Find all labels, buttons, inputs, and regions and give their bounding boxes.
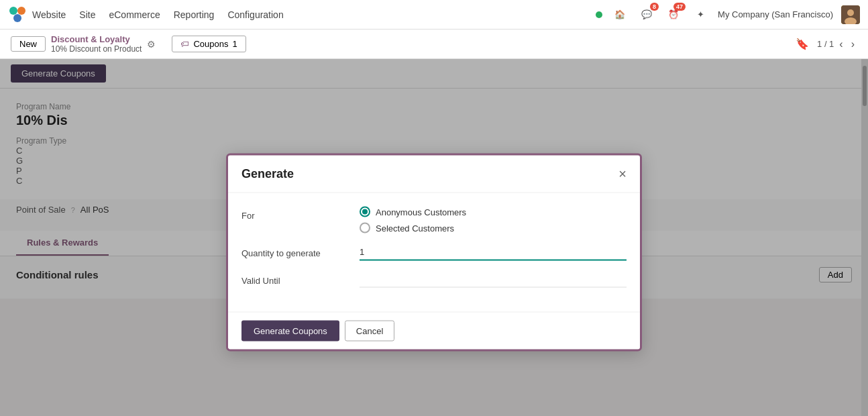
nav-site[interactable]: Site xyxy=(79,9,95,20)
for-label: For xyxy=(241,207,349,221)
breadcrumb-bar: New Discount & Loyalty 10% Discount on P… xyxy=(0,30,868,59)
home-icon-btn[interactable]: 🏠 xyxy=(610,5,629,24)
selected-radio-label: Selected Customers xyxy=(376,223,454,233)
next-button[interactable]: › xyxy=(849,37,857,52)
settings-icon[interactable]: ⚙ xyxy=(147,39,156,50)
anonymous-radio-input[interactable] xyxy=(360,207,370,217)
avatar[interactable] xyxy=(841,5,860,24)
for-field: Anonymous Customers Selected Customers xyxy=(360,207,627,233)
status-dot xyxy=(596,11,602,18)
nav-reporting[interactable]: Reporting xyxy=(174,9,215,20)
activities-icon-btn[interactable]: ⏰47 xyxy=(664,5,683,24)
nav-arrows: 🔖 1 / 1 ‹ › xyxy=(796,37,857,52)
valid-until-row: Valid Until xyxy=(241,272,627,288)
breadcrumb: Discount & Loyalty 10% Discount on Produ… xyxy=(51,34,142,54)
coupon-tag-icon: 🏷 xyxy=(180,39,189,49)
quantity-input[interactable] xyxy=(360,244,627,261)
topnav: Website Site eCommerce Reporting Configu… xyxy=(0,0,868,30)
coupons-count: 1 xyxy=(232,39,237,49)
nav-ecommerce[interactable]: eCommerce xyxy=(109,9,160,20)
quantity-label: Quantity to generate xyxy=(241,244,349,258)
anonymous-radio-dot xyxy=(362,209,368,215)
apps-icon-btn[interactable]: ✦ xyxy=(691,5,710,24)
svg-point-2 xyxy=(13,14,21,22)
modal-cancel-button[interactable]: Cancel xyxy=(345,321,394,342)
nav-configuration[interactable]: Configuration xyxy=(227,9,283,20)
quantity-field xyxy=(360,244,627,261)
company-name: My Company (San Francisco) xyxy=(718,9,833,19)
quantity-row: Quantity to generate xyxy=(241,244,627,261)
modal-generate-button[interactable]: Generate Coupons xyxy=(241,321,339,342)
modal-footer: Generate Coupons Cancel xyxy=(228,312,640,350)
anonymous-radio-label: Anonymous Customers xyxy=(376,207,466,217)
generate-modal: Generate × For Anonymous Customers Selec… xyxy=(226,154,642,352)
messages-badge: 8 xyxy=(650,3,659,11)
prev-button[interactable]: ‹ xyxy=(836,37,845,52)
selected-radio-input[interactable] xyxy=(360,223,370,233)
valid-until-field xyxy=(360,272,627,288)
nav-website[interactable]: Website xyxy=(32,9,66,20)
breadcrumb-parent[interactable]: Discount & Loyalty xyxy=(51,34,142,44)
modal-title: Generate xyxy=(241,167,294,181)
coupons-label: Coupons xyxy=(193,39,228,49)
main-content: Generate Coupons Program Name 10% Dis Pr… xyxy=(0,59,868,416)
new-button[interactable]: New xyxy=(11,36,46,52)
coupons-button[interactable]: 🏷 Coupons 1 xyxy=(172,36,246,52)
messages-icon-btn[interactable]: 💬8 xyxy=(637,5,656,24)
svg-point-1 xyxy=(17,7,25,15)
selected-radio-item[interactable]: Selected Customers xyxy=(360,223,627,233)
for-row: For Anonymous Customers Selected Custome… xyxy=(241,207,627,233)
topnav-right: 🏠 💬8 ⏰47 ✦ My Company (San Francisco) xyxy=(596,5,860,24)
modal-close-button[interactable]: × xyxy=(618,166,627,182)
anonymous-radio-item[interactable]: Anonymous Customers xyxy=(360,207,627,217)
valid-until-input[interactable] xyxy=(360,272,627,288)
bookmark-button[interactable]: 🔖 xyxy=(796,38,809,50)
topnav-links: Website Site eCommerce Reporting Configu… xyxy=(32,9,590,20)
breadcrumb-current: 10% Discount on Product xyxy=(51,44,142,54)
modal-header: Generate × xyxy=(228,156,640,193)
activities-badge: 47 xyxy=(673,3,686,11)
modal-body: For Anonymous Customers Selected Custome… xyxy=(228,193,640,312)
page-info: 1 / 1 xyxy=(817,39,834,49)
svg-point-0 xyxy=(9,7,17,15)
valid-until-label: Valid Until xyxy=(241,272,349,286)
svg-point-4 xyxy=(847,9,854,16)
app-logo[interactable] xyxy=(8,5,27,24)
